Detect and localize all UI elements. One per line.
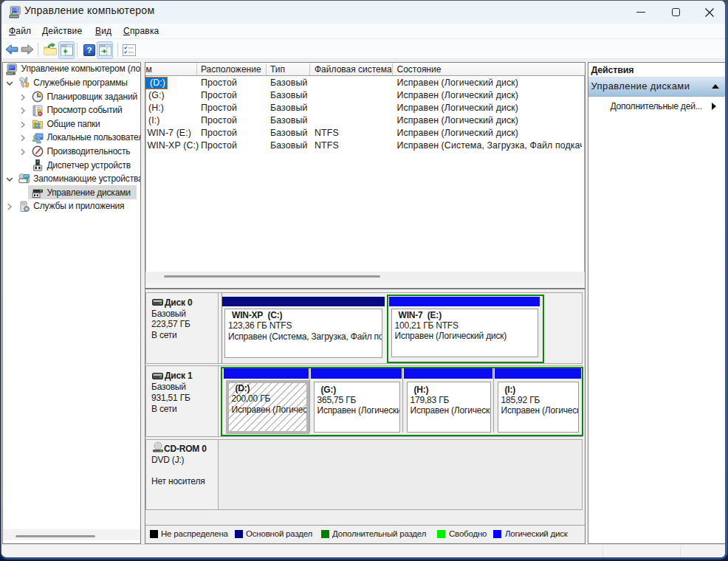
svg-text:?: ? [86,46,92,55]
